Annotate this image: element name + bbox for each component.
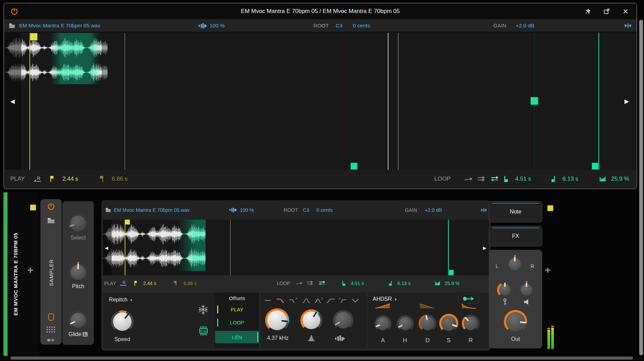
loop-crossfade-value[interactable]: 25.9 % [445, 275, 460, 291]
scroll-right-arrow[interactable]: ▶ [624, 98, 629, 105]
loop-mode-forward-icon[interactable] [477, 170, 486, 188]
level-knob[interactable] [519, 282, 534, 298]
freeze-icon[interactable] [198, 304, 208, 315]
mini-waveform-canvas[interactable] [103, 220, 206, 271]
grid-editor-icon[interactable] [47, 326, 55, 333]
loop-end-value[interactable]: 6.13 s [562, 170, 578, 188]
filter-cutoff-knob[interactable] [265, 308, 289, 332]
device-power-icon[interactable] [47, 203, 55, 210]
tab-note[interactable]: Note [489, 201, 542, 222]
stretch-icon[interactable] [198, 19, 207, 32]
reverse-toggle[interactable]: R [120, 275, 126, 291]
remote-controls-icon[interactable] [48, 313, 54, 321]
track-mute-square[interactable] [30, 205, 36, 210]
play-end-value[interactable]: 6.86 s [112, 170, 127, 188]
scroll-left-arrow[interactable]: ◀ [105, 245, 108, 250]
filter-bp24-icon[interactable]: 4 [313, 297, 324, 304]
offset-loop-row[interactable]: LOOP [215, 317, 259, 328]
sampler-device-body: EM Mvoc Mantra E 70bpm 05.wav 100 % ROOT… [101, 200, 491, 351]
playback-mode-dropdown[interactable]: Repitch [109, 297, 132, 303]
velocity-depth-knob[interactable] [497, 282, 513, 298]
select-knob[interactable] [68, 214, 88, 233]
output-meter-left [547, 328, 550, 349]
offset-len-row[interactable]: LEN [215, 331, 259, 343]
env-sustain-knob[interactable] [439, 314, 458, 333]
glide-mode-badge[interactable]: L [83, 332, 88, 337]
envelope-selector-dropdown[interactable]: AHDSR [373, 296, 397, 302]
loop-start-value[interactable]: 4.51 s [351, 275, 364, 291]
ram-mode-icon[interactable]: RAM [198, 325, 209, 336]
pin-icon[interactable] [584, 7, 592, 15]
play-start-value[interactable]: 2.44 s [62, 170, 78, 188]
filter-lp24-icon[interactable]: 4 [288, 297, 299, 304]
speed-knob-label: Speed [111, 336, 134, 343]
out-gain-knob[interactable] [504, 310, 527, 333]
env-release-knob[interactable] [462, 314, 480, 332]
filter-notch-icon[interactable] [351, 297, 362, 304]
pan-knob[interactable] [507, 256, 523, 272]
mini-waveform[interactable]: ◀ ▶ [103, 220, 489, 275]
close-icon[interactable]: × [621, 7, 630, 15]
glide-knob[interactable] [69, 311, 88, 330]
filter-keytrack-knob[interactable] [333, 310, 354, 331]
tab-fx[interactable]: FX [489, 226, 542, 246]
filter-hp24-icon[interactable]: 4 [338, 297, 349, 304]
loop-mode-forward-icon[interactable] [306, 275, 314, 291]
loop-crossfade-value[interactable]: 25.9 % [611, 170, 629, 188]
track-header[interactable] [3, 192, 39, 356]
filter-off-icon[interactable] [263, 297, 274, 304]
reverse-toggle[interactable]: R [34, 170, 41, 188]
sample-filename[interactable]: EM Mvoc Mantra E 70bpm 05.wav [114, 200, 190, 220]
add-device-after-button[interactable]: + [545, 265, 551, 275]
env-sustain-label: S [447, 337, 450, 344]
envelope-sustain-mode[interactable] [458, 294, 479, 304]
env-hold-knob[interactable] [397, 315, 414, 332]
modulation-out-icon[interactable] [47, 338, 55, 342]
filter-bp12-icon[interactable] [301, 297, 312, 304]
fit-view-icon[interactable] [624, 19, 632, 32]
root-cents-value[interactable]: 0 cents [353, 19, 370, 32]
filter-lp12-icon[interactable] [275, 297, 286, 304]
play-end-value[interactable]: 6.86 s [184, 275, 197, 291]
loop-end-value[interactable]: 6.13 s [397, 275, 410, 291]
device-chain-hscrollbar[interactable] [10, 357, 633, 360]
root-cents-value[interactable]: 0 cents [317, 200, 333, 220]
gain-value[interactable]: +2.0 dB [516, 19, 534, 32]
loop-mode-pingpong-icon[interactable] [318, 275, 326, 291]
pitch-knob[interactable] [69, 263, 88, 282]
filter-resonance-knob[interactable] [300, 309, 322, 331]
fit-view-icon[interactable] [481, 200, 487, 220]
stretch-value[interactable]: 100 % [210, 19, 225, 32]
page-vscrollbar[interactable] [639, 20, 643, 355]
loop-mode-off-icon[interactable] [464, 170, 473, 188]
env-decay-knob[interactable] [419, 314, 436, 332]
loop-start-value[interactable]: 4.51 s [515, 170, 531, 188]
gain-label: GAIN [493, 19, 506, 32]
waveform-editor[interactable]: ◀ ▶ [5, 33, 636, 170]
root-note-value[interactable]: C3 [336, 19, 343, 32]
release-shape-icon[interactable] [461, 303, 477, 309]
play-start-value[interactable]: 2.44 s [143, 275, 156, 291]
filter-cutoff-value[interactable]: 4.37 kHz [262, 335, 293, 341]
add-device-before-button[interactable]: + [27, 265, 34, 275]
sample-filename[interactable]: EM Mvoc Mantra E 70bpm 05.wav [19, 19, 100, 32]
gain-value[interactable]: +2.0 dB [425, 200, 442, 220]
play-loop-bar: PLAY R 2.44 s 6.86 s LOOP [5, 170, 636, 188]
stretch-icon[interactable] [229, 200, 237, 220]
speed-knob[interactable] [111, 310, 134, 333]
env-attack-knob[interactable] [374, 315, 392, 332]
decay-shape-icon[interactable] [419, 303, 435, 309]
root-note-value[interactable]: C3 [303, 200, 309, 220]
filter-hp12-icon[interactable] [326, 297, 337, 304]
preset-folder-icon[interactable] [47, 218, 55, 223]
offset-play-row[interactable]: PLAY [215, 304, 259, 315]
stretch-value[interactable]: 100 % [240, 200, 254, 220]
loop-mode-off-icon[interactable] [295, 275, 303, 291]
popout-icon[interactable] [603, 7, 611, 15]
scroll-right-arrow[interactable]: ▶ [483, 245, 486, 250]
device-end-square[interactable] [547, 205, 553, 211]
attack-shape-icon[interactable] [375, 303, 391, 309]
scroll-left-arrow[interactable]: ◀ [10, 98, 15, 105]
loop-mode-pingpong-icon[interactable] [490, 170, 499, 188]
window-titlebar[interactable]: EM Mvoc Mantra E 70bpm 05 / EM Mvoc Mant… [4, 3, 636, 19]
